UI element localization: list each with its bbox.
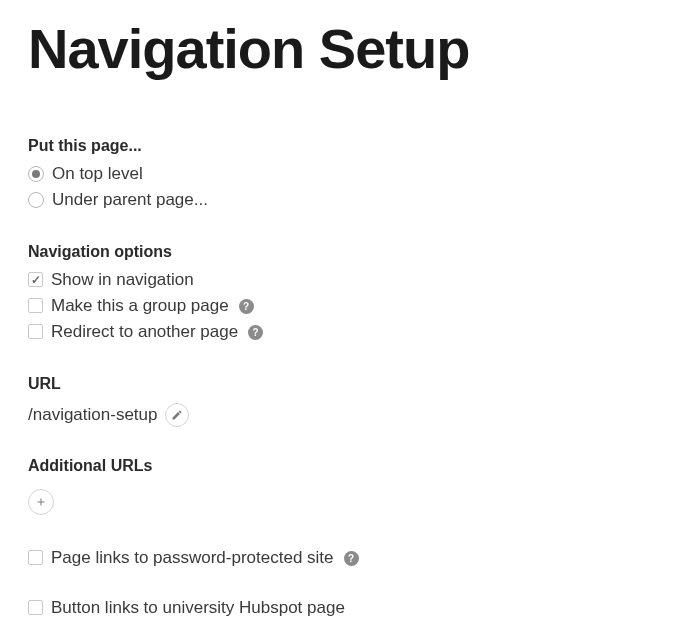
radio-icon: [28, 192, 44, 208]
radio-label: On top level: [52, 164, 143, 184]
checkbox-icon: [28, 600, 43, 615]
check-label: Show in navigation: [51, 270, 194, 290]
checkbox-icon: [28, 298, 43, 313]
nav-options-label: Navigation options: [28, 243, 672, 261]
url-label: URL: [28, 375, 672, 393]
help-icon[interactable]: ?: [239, 299, 254, 314]
radio-under-parent[interactable]: Under parent page...: [28, 187, 672, 213]
page-title: Navigation Setup: [28, 20, 672, 79]
help-icon[interactable]: ?: [344, 551, 359, 566]
checkbox-icon: [28, 272, 43, 287]
nav-options-group: Navigation options Show in navigation Ma…: [28, 243, 672, 345]
check-label: Make this a group page: [51, 296, 229, 316]
check-password-protected[interactable]: Page links to password-protected site ?: [28, 545, 672, 571]
put-page-group: Put this page... On top level Under pare…: [28, 137, 672, 213]
check-redirect[interactable]: Redirect to another page ?: [28, 319, 672, 345]
plus-icon: [35, 496, 47, 508]
check-label: Page links to password-protected site: [51, 548, 334, 568]
check-hubspot[interactable]: Button links to university Hubspot page: [28, 595, 672, 621]
add-url-button[interactable]: [28, 489, 54, 515]
radio-label: Under parent page...: [52, 190, 208, 210]
edit-url-button[interactable]: [165, 403, 189, 427]
check-label: Redirect to another page: [51, 322, 238, 342]
check-label: Button links to university Hubspot page: [51, 598, 345, 618]
pencil-icon: [171, 409, 183, 421]
radio-icon: [28, 166, 44, 182]
additional-urls-label: Additional URLs: [28, 457, 672, 475]
checkbox-icon: [28, 324, 43, 339]
help-icon[interactable]: ?: [248, 325, 263, 340]
checkbox-icon: [28, 550, 43, 565]
check-show-in-navigation[interactable]: Show in navigation: [28, 267, 672, 293]
radio-on-top-level[interactable]: On top level: [28, 161, 672, 187]
url-group: URL /navigation-setup: [28, 375, 672, 427]
url-value: /navigation-setup: [28, 405, 157, 425]
additional-urls-group: Additional URLs: [28, 457, 672, 515]
put-page-label: Put this page...: [28, 137, 672, 155]
check-group-page[interactable]: Make this a group page ?: [28, 293, 672, 319]
